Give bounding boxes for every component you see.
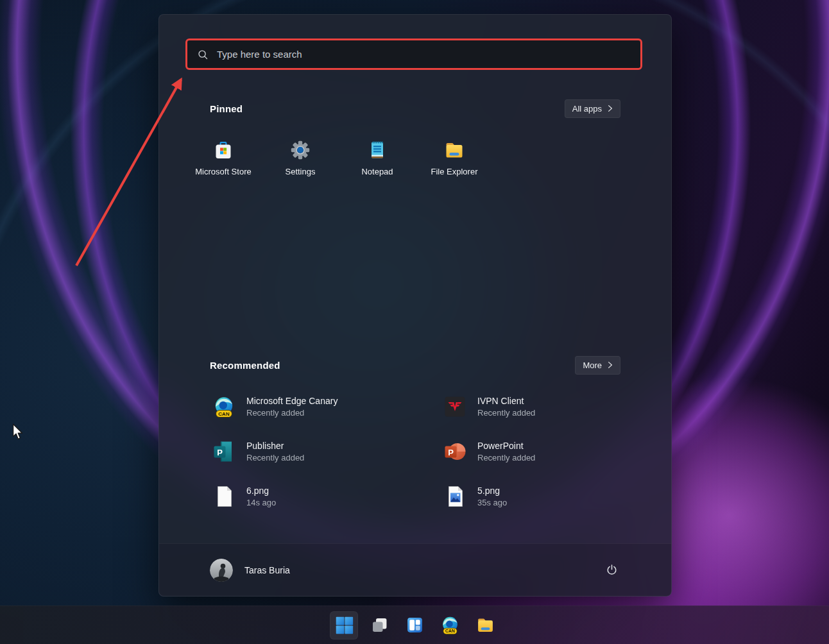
file-explorer-icon bbox=[443, 139, 465, 161]
svg-text:P: P bbox=[448, 448, 454, 457]
notepad-icon bbox=[366, 139, 388, 161]
mouse-cursor bbox=[10, 423, 26, 440]
power-button[interactable] bbox=[599, 557, 624, 583]
recommended-item-name: 5.png bbox=[477, 484, 507, 497]
recommended-item-name: Publisher bbox=[246, 439, 304, 452]
recommended-item-status: 35s ago bbox=[477, 497, 507, 509]
avatar bbox=[210, 559, 233, 582]
settings-gear-icon bbox=[289, 139, 311, 161]
recommended-section-title: Recommended bbox=[210, 360, 280, 371]
recommended-item-status: Recently added bbox=[477, 407, 535, 419]
power-icon bbox=[605, 563, 619, 577]
publisher-icon: P bbox=[212, 440, 235, 463]
user-account-button[interactable]: Taras Buria bbox=[205, 555, 295, 586]
recommended-item-5-png[interactable]: 5.png 35s ago bbox=[441, 479, 646, 514]
pinned-apps-grid: Microsoft Store bbox=[185, 134, 647, 191]
pinned-section-title: Pinned bbox=[210, 103, 243, 114]
file-explorer-icon bbox=[475, 615, 495, 635]
taskbar-widgets-button[interactable] bbox=[400, 611, 429, 640]
widgets-icon bbox=[405, 615, 425, 635]
recommended-item-ivpn-client[interactable]: IVPN Client Recently added bbox=[441, 389, 646, 425]
taskbar-task-view-button[interactable] bbox=[365, 611, 393, 640]
recommended-item-name: Microsoft Edge Canary bbox=[246, 394, 338, 407]
pinned-app-label: Settings bbox=[286, 167, 316, 176]
recommended-item-edge-canary[interactable]: CAN Microsoft Edge Canary Recently added bbox=[210, 389, 415, 425]
user-name: Taras Buria bbox=[244, 565, 290, 575]
search-icon bbox=[197, 49, 209, 60]
more-button[interactable]: More bbox=[575, 356, 620, 375]
pinned-app-notepad[interactable]: Notepad bbox=[339, 134, 416, 191]
ivpn-icon bbox=[443, 395, 466, 418]
search-placeholder: Type here to search bbox=[217, 49, 302, 60]
pinned-app-label: Notepad bbox=[361, 167, 393, 176]
taskbar-file-explorer-button[interactable] bbox=[471, 611, 499, 640]
edge-canary-icon: CAN bbox=[212, 395, 235, 418]
svg-text:CAN: CAN bbox=[445, 629, 455, 633]
start-menu-panel: Type here to search Pinned All apps bbox=[158, 14, 672, 597]
all-apps-button[interactable]: All apps bbox=[565, 99, 620, 118]
pinned-app-label: Microsoft Store bbox=[195, 167, 251, 176]
user-bar: Taras Buria bbox=[159, 543, 671, 596]
search-input[interactable]: Type here to search bbox=[185, 38, 642, 70]
edge-canary-icon: CAN bbox=[440, 615, 460, 635]
svg-text:CAN: CAN bbox=[218, 411, 230, 417]
recommended-grid: CAN Microsoft Edge Canary Recently added bbox=[210, 389, 646, 514]
recommended-item-status: Recently added bbox=[246, 452, 304, 464]
powerpoint-icon: P bbox=[443, 440, 466, 463]
recommended-item-name: 6.png bbox=[246, 484, 276, 497]
pinned-app-microsoft-store[interactable]: Microsoft Store bbox=[185, 134, 262, 191]
desktop-wallpaper: Type here to search Pinned All apps bbox=[0, 0, 829, 644]
windows-logo-icon bbox=[334, 615, 354, 635]
recommended-item-status: Recently added bbox=[477, 452, 535, 464]
chevron-right-icon bbox=[608, 105, 613, 112]
chevron-right-icon bbox=[608, 361, 613, 369]
blank-file-icon bbox=[212, 485, 235, 508]
pinned-app-settings[interactable]: Settings bbox=[262, 134, 339, 191]
pinned-app-file-explorer[interactable]: File Explorer bbox=[416, 134, 493, 191]
svg-text:P: P bbox=[217, 448, 223, 457]
pinned-app-label: File Explorer bbox=[431, 167, 478, 176]
recommended-item-name: PowerPoint bbox=[477, 439, 535, 452]
taskbar-edge-canary-button[interactable]: CAN bbox=[436, 611, 464, 640]
recommended-item-publisher[interactable]: P Publisher Recently added bbox=[210, 434, 415, 470]
recommended-item-6-png[interactable]: 6.png 14s ago bbox=[210, 479, 415, 514]
recommended-item-status: 14s ago bbox=[246, 497, 276, 509]
microsoft-store-icon bbox=[212, 139, 234, 161]
recommended-item-status: Recently added bbox=[246, 407, 338, 419]
task-view-icon bbox=[370, 615, 389, 635]
taskbar: CAN bbox=[0, 606, 829, 644]
image-file-icon bbox=[443, 485, 466, 508]
recommended-item-name: IVPN Client bbox=[477, 394, 535, 407]
taskbar-start-button[interactable] bbox=[330, 611, 358, 640]
recommended-item-powerpoint[interactable]: P PowerPoint Recently added bbox=[441, 434, 646, 470]
